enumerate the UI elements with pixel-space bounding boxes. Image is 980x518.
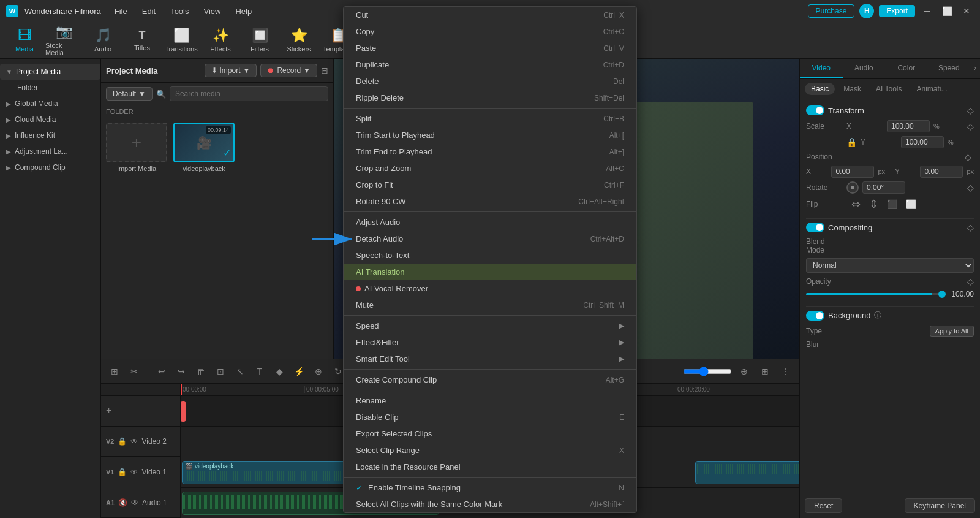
tool-media[interactable]: 🎞 Media <box>6 24 43 57</box>
tab-more[interactable]: › <box>970 59 980 78</box>
apply-to-all-button[interactable]: Apply to All <box>930 326 974 337</box>
minimize-button[interactable]: ─ <box>920 4 935 18</box>
tool-titles[interactable]: T Titles <box>124 24 160 57</box>
rotate-keyframe-icon[interactable]: ◇ <box>967 183 974 192</box>
tool-stickers[interactable]: ⭐ Stickers <box>281 24 317 57</box>
tool-audio[interactable]: 🎵 Audio <box>85 24 121 57</box>
tab-speed[interactable]: Speed <box>928 59 971 78</box>
ctx-speech-to-text[interactable]: Speech-to-Text <box>344 247 636 264</box>
sidebar-item-cloud-media[interactable]: ▶ Cloud Media <box>0 112 100 128</box>
user-avatar[interactable]: H <box>859 4 874 18</box>
ctx-split[interactable]: Split Ctrl+B <box>344 110 636 127</box>
sidebar-item-compound-clip[interactable]: ▶ Compound Clip <box>0 159 100 175</box>
tl-more-icon[interactable]: ⋮ <box>777 363 794 380</box>
tl-undo-icon[interactable]: ↩ <box>153 363 170 380</box>
tool-effects[interactable]: ✨ Effects <box>202 24 239 57</box>
ctx-crop-zoom[interactable]: Crop and Zoom Alt+C <box>344 160 636 177</box>
sub-tab-mask[interactable]: Mask <box>837 83 867 95</box>
tool-filters[interactable]: 🔲 Filters <box>241 24 278 57</box>
purchase-button[interactable]: Purchase <box>808 4 855 18</box>
record-button[interactable]: ⏺ Record ▼ <box>260 64 317 77</box>
position-y-input[interactable] <box>920 166 963 178</box>
sidebar-item-adjustment-layer[interactable]: ▶ Adjustment La... <box>0 143 100 159</box>
tl-cursor-icon[interactable]: ↖ <box>232 363 249 380</box>
track-v2-lock-icon[interactable]: 🔒 <box>118 437 127 446</box>
background-toggle[interactable] <box>806 311 824 321</box>
tl-redo-icon[interactable]: ↪ <box>173 363 190 380</box>
menu-edit[interactable]: Edit <box>135 4 163 18</box>
background-info-icon[interactable]: ⓘ <box>874 310 881 321</box>
view-default-button[interactable]: Default ▼ <box>106 87 153 101</box>
flip-icon3[interactable]: ⬛ <box>887 199 897 209</box>
opacity-keyframe-icon[interactable]: ◇ <box>967 276 974 286</box>
ctx-locate-resource[interactable]: Locate in the Resource Panel <box>344 459 636 475</box>
ctx-adjust-audio[interactable]: Adjust Audio <box>344 214 636 230</box>
record-dropdown-icon[interactable]: ▼ <box>303 66 311 75</box>
sub-tab-basic[interactable]: Basic <box>805 83 835 95</box>
ctx-detach-audio[interactable]: Detach Audio Ctrl+Alt+D <box>344 230 636 247</box>
menu-file[interactable]: File <box>107 4 135 18</box>
tl-snap-icon[interactable]: ⊞ <box>106 363 123 380</box>
opacity-slider[interactable] <box>806 293 946 295</box>
ctx-speed[interactable]: Speed ▶ <box>344 318 636 334</box>
track-v2-visible-icon[interactable]: 👁 <box>130 437 138 446</box>
search-input[interactable] <box>170 86 328 101</box>
tl-layout-icon[interactable]: ⊞ <box>756 363 774 380</box>
tl-delete-icon[interactable]: 🗑 <box>192 363 209 380</box>
ctx-ai-translation[interactable]: AI Translation <box>344 264 636 280</box>
close-button[interactable]: ✕ <box>959 4 974 18</box>
track-a1-mute-icon[interactable]: 🔇 <box>118 498 127 507</box>
scale-x-keyframe-icon[interactable]: ◇ <box>967 121 974 131</box>
reset-button[interactable]: Reset <box>805 498 842 513</box>
blend-mode-select[interactable]: Normal Multiply Screen <box>806 258 974 273</box>
compositing-keyframe-icon[interactable]: ◇ <box>967 223 974 232</box>
sidebar-item-folder[interactable]: Folder <box>0 80 100 96</box>
compositing-toggle[interactable] <box>806 223 824 232</box>
ctx-trim-start[interactable]: Trim Start to Playhead Alt+[ <box>344 127 636 143</box>
rotate-wheel[interactable] <box>846 181 859 194</box>
ctx-smart-edit[interactable]: Smart Edit Tool ▶ <box>344 351 636 367</box>
transform-toggle[interactable] <box>806 105 824 115</box>
tool-transitions[interactable]: ⬜ Transitions <box>163 24 200 57</box>
tab-video[interactable]: Video <box>800 59 843 78</box>
sub-tab-ai-tools[interactable]: AI Tools <box>870 83 908 95</box>
ctx-duplicate[interactable]: Duplicate Ctrl+D <box>344 56 636 73</box>
menu-tools[interactable]: Tools <box>163 4 196 18</box>
ctx-ripple-delete[interactable]: Ripple Delete Shift+Del <box>344 90 636 106</box>
flip-horizontal-icon[interactable]: ⇔ <box>851 197 861 211</box>
sidebar-item-global-media[interactable]: ▶ Global Media <box>0 96 100 112</box>
tab-audio[interactable]: Audio <box>843 59 886 78</box>
menu-view[interactable]: View <box>196 4 228 18</box>
add-track-icon[interactable]: + <box>106 405 111 416</box>
import-dropdown-icon[interactable]: ▼ <box>243 66 251 75</box>
ctx-create-compound[interactable]: Create Compound Clip Alt+G <box>344 371 636 388</box>
track-v1-lock-icon[interactable]: 🔒 <box>118 468 127 476</box>
timeline-zoom-slider[interactable] <box>683 367 732 376</box>
sidebar-item-influence-kit[interactable]: ▶ Influence Kit <box>0 128 100 143</box>
tl-keyframe-icon[interactable]: ◆ <box>271 363 288 380</box>
tl-zoom-in-icon[interactable]: ⊕ <box>736 363 753 380</box>
media-filter-icon[interactable]: ⊟ <box>321 66 328 75</box>
videoplayback-item[interactable]: 🎥 00:09:14 ✓ videoplayback <box>173 123 235 172</box>
ctx-cut[interactable]: Cut Ctrl+X <box>344 7 636 23</box>
flip-vertical-icon[interactable]: ⇕ <box>869 197 878 211</box>
rotate-input[interactable] <box>862 181 905 194</box>
position-keyframe-icon[interactable]: ◇ <box>965 152 971 162</box>
ctx-select-range[interactable]: Select Clip Range X <box>344 442 636 459</box>
tab-color[interactable]: Color <box>885 59 928 78</box>
transform-keyframe-icon[interactable]: ◇ <box>967 105 974 115</box>
ctx-enable-snapping[interactable]: ✓ Enable Timeline Snapping N <box>344 479 636 496</box>
ctx-delete[interactable]: Delete Del <box>344 73 636 90</box>
ctx-trim-end[interactable]: Trim End to Playhead Alt+] <box>344 143 636 160</box>
ctx-rename[interactable]: Rename <box>344 392 636 409</box>
menu-help[interactable]: Help <box>228 4 259 18</box>
videoplayback-thumb[interactable]: 🎥 00:09:14 ✓ <box>173 123 235 162</box>
sidebar-item-project-media[interactable]: ▼ Project Media <box>0 64 100 80</box>
maximize-button[interactable]: ⬜ <box>940 4 954 18</box>
ctx-select-color-mark[interactable]: Select All Clips with the Same Color Mar… <box>344 496 636 512</box>
ctx-rotate-cw[interactable]: Rotate 90 CW Ctrl+Alt+Right <box>344 193 636 210</box>
keyframe-panel-button[interactable]: Keyframe Panel <box>905 498 975 513</box>
position-x-input[interactable] <box>831 166 874 178</box>
tl-trim-icon[interactable]: ⊡ <box>212 363 229 380</box>
sub-tab-animati[interactable]: Animati... <box>910 83 953 95</box>
